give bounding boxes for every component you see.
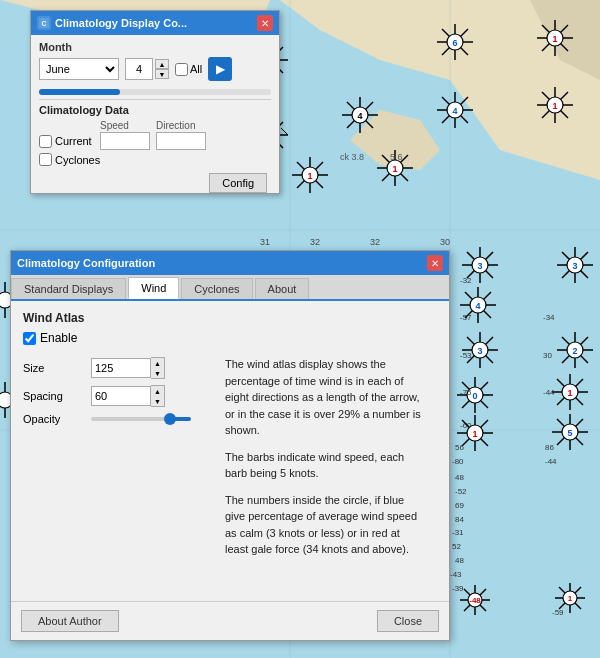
spacing-decrement-button[interactable]: ▼: [151, 396, 164, 406]
dialog-top-close-button[interactable]: ✕: [257, 15, 273, 31]
tab-about[interactable]: About: [255, 278, 310, 299]
about-author-button[interactable]: About Author: [21, 610, 119, 632]
climatology-data-section: Climatology Data Speed Direction Current…: [39, 99, 271, 166]
direction-header: Direction: [156, 120, 195, 131]
current-row: Current: [39, 132, 271, 150]
current-speed-input[interactable]: [100, 132, 150, 150]
svg-text:48: 48: [455, 556, 464, 565]
svg-text:52: 52: [452, 542, 461, 551]
svg-text:1: 1: [392, 164, 397, 174]
svg-text:1: 1: [307, 171, 312, 181]
svg-text:1: 1: [472, 429, 477, 439]
month-select[interactable]: June: [39, 58, 119, 80]
svg-text:0: 0: [472, 391, 477, 401]
wind-barb-8: 1: [292, 157, 328, 193]
svg-text:69: 69: [455, 501, 464, 510]
size-spinner-buttons: ▲ ▼: [151, 357, 165, 379]
svg-text:-75: -75: [460, 388, 472, 397]
dialog-top-titlebar: C Climatology Display Co... ✕: [31, 11, 279, 35]
svg-text:1: 1: [568, 594, 573, 603]
svg-text:-31: -31: [452, 528, 464, 537]
spacing-spinner: ▲ ▼: [91, 385, 165, 407]
tab-standard-displays[interactable]: Standard Displays: [11, 278, 126, 299]
clim-data-title: Climatology Data: [39, 104, 271, 116]
titlebar-left: C Climatology Display Co...: [37, 16, 187, 30]
svg-text:1: 1: [552, 34, 557, 44]
svg-text:-34: -34: [543, 313, 555, 322]
svg-text:2: 2: [572, 346, 577, 356]
current-label: Current: [55, 135, 92, 147]
config-button[interactable]: Config: [209, 173, 267, 193]
wind-barb-6: 4: [437, 92, 473, 128]
svg-text:3: 3: [477, 346, 482, 356]
wind-barb-5: 4: [342, 97, 378, 133]
cyclones-checkbox[interactable]: [39, 153, 52, 166]
wind-atlas-title: Wind Atlas: [23, 311, 437, 325]
all-label: All: [190, 63, 202, 75]
wind-barb-11: 3: [557, 247, 593, 283]
current-direction-input[interactable]: [156, 132, 206, 150]
close-button[interactable]: Close: [377, 610, 439, 632]
day-input[interactable]: [125, 58, 153, 80]
svg-text:-43: -43: [450, 570, 462, 579]
current-checkbox[interactable]: [39, 135, 52, 148]
spacing-label: Spacing: [23, 390, 83, 402]
config-dialog-close-button[interactable]: ✕: [427, 255, 443, 271]
wind-desc1: The wind atlas display shows the percent…: [225, 356, 425, 439]
all-checkbox-group: All: [175, 63, 202, 76]
svg-text:-48: -48: [469, 596, 481, 605]
svg-line-29: [281, 128, 288, 135]
wind-description-panel: The wind atlas display shows the percent…: [225, 356, 425, 568]
enable-row: Enable: [23, 331, 437, 345]
svg-text:5: 5: [567, 428, 572, 438]
config-titlebar-left: Climatology Configuration: [17, 257, 155, 269]
svg-text:ck 3.8: ck 3.8: [340, 152, 364, 162]
config-dialog-title: Climatology Configuration: [17, 257, 155, 269]
navigate-button[interactable]: ▶: [208, 57, 232, 81]
svg-text:84: 84: [455, 515, 464, 524]
wind-barb-3: 1: [537, 20, 573, 56]
svg-text:-44: -44: [543, 388, 555, 397]
svg-text:-59: -59: [552, 608, 564, 617]
spacing-spinner-buttons: ▲ ▼: [151, 385, 165, 407]
enable-checkbox[interactable]: [23, 332, 36, 345]
progress-bar: [39, 89, 271, 95]
opacity-label: Opacity: [23, 413, 83, 425]
svg-text:C: C: [41, 20, 46, 27]
svg-text:1: 1: [552, 101, 557, 111]
day-decrement-button[interactable]: ▼: [155, 69, 169, 79]
enable-label: Enable: [40, 331, 77, 345]
svg-text:1: 1: [567, 388, 572, 398]
wind-barb-13: 3: [462, 332, 498, 368]
spacing-increment-button[interactable]: ▲: [151, 386, 164, 396]
svg-text:-32: -32: [460, 276, 472, 285]
wind-tab-content: Wind Atlas Enable Size ▲ ▼: [11, 301, 449, 601]
day-spinner-buttons: ▲ ▼: [155, 59, 169, 79]
wind-barb-2: 6: [437, 24, 473, 60]
current-checkbox-label: Current: [39, 135, 94, 148]
wind-barb-19: -48: [460, 585, 490, 615]
wind-barb-16: 1: [552, 374, 588, 410]
day-increment-button[interactable]: ▲: [155, 59, 169, 69]
size-decrement-button[interactable]: ▼: [151, 368, 164, 378]
config-dialog-titlebar: Climatology Configuration ✕: [11, 251, 449, 275]
svg-text:3: 3: [572, 261, 577, 271]
opacity-thumb: [164, 413, 176, 425]
wind-barb-18: 5: [552, 414, 588, 450]
spacing-input[interactable]: [91, 386, 151, 406]
svg-text:-52: -52: [455, 487, 467, 496]
month-row: June ▲ ▼ All ▶: [39, 57, 271, 81]
svg-text:4: 4: [357, 111, 362, 121]
svg-text:30: 30: [543, 351, 552, 360]
app-icon: C: [39, 18, 49, 28]
tab-wind[interactable]: Wind: [128, 277, 179, 299]
size-spinner: ▲ ▼: [91, 357, 165, 379]
size-increment-button[interactable]: ▲: [151, 358, 164, 368]
cyclones-row: Cyclones: [39, 153, 271, 166]
tab-cyclones[interactable]: Cyclones: [181, 278, 252, 299]
climatology-config-dialog: Climatology Configuration ✕ Standard Dis…: [10, 250, 450, 641]
opacity-slider[interactable]: [91, 417, 191, 421]
speed-header: Speed: [100, 120, 150, 131]
all-checkbox[interactable]: [175, 63, 188, 76]
size-input[interactable]: [91, 358, 151, 378]
